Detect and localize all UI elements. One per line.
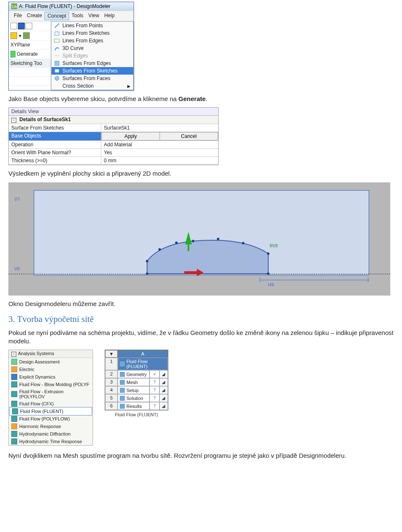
project-table: ▼ A 1Fluid Flow (FLUENT)2Geometry✓◢3Mesh… (105, 350, 168, 410)
cell-icon (120, 404, 125, 409)
sketching-label: Sketching Too (10, 60, 42, 66)
detail-value[interactable]: Yes (101, 149, 218, 156)
pause-icon[interactable] (10, 32, 17, 39)
tree-item[interactable]: Fluid Flow - Blow Molding (POLYF (9, 381, 93, 388)
menu-3d-curve[interactable]: 3D Curve (52, 44, 133, 52)
svg-point-9 (158, 248, 161, 251)
workbench-screenshot: -Analysis Systems Design AssessmentElect… (8, 350, 394, 446)
detail-row: Operation Add Material (9, 141, 218, 149)
generate-button[interactable]: Generate (9, 49, 51, 59)
detail-key: Operation (9, 141, 101, 148)
menu-tools[interactable]: Tools (69, 12, 86, 20)
menu-help[interactable]: Help (102, 12, 117, 20)
detail-row-base-objects: Base Objects Apply Cancel (9, 132, 218, 141)
cancel-button[interactable]: Cancel (160, 132, 218, 140)
menu-file[interactable]: File (11, 12, 24, 20)
row-corner: ◢ (160, 370, 168, 378)
row-corner: ◢ (160, 394, 168, 402)
menu-concept[interactable]: Concept (44, 12, 69, 20)
table-row[interactable]: 5Solution?◢ (105, 394, 168, 402)
details-panel: Details View - Details of SurfaceSk1 Sur… (8, 107, 219, 165)
save-icon[interactable] (18, 23, 25, 29)
tree-item[interactable]: Fluid Flow - Extrusion (POLYFLOV (9, 388, 93, 400)
tree-item[interactable]: Electric (9, 366, 93, 373)
svg-marker-16 (185, 232, 192, 251)
arrow-icon[interactable] (23, 32, 30, 39)
system-icon (11, 401, 17, 407)
menu-surfaces-from-sketches[interactable]: Surfaces From Sketches (52, 67, 133, 75)
menu-lines-from-edges[interactable]: Lines From Edges (52, 37, 133, 44)
menu-create[interactable]: Create (24, 12, 44, 20)
row-index: 2 (105, 370, 118, 378)
cell-icon (120, 388, 125, 393)
detail-value[interactable]: SurfaceSk1 (101, 124, 218, 132)
menu-cross-section[interactable]: Cross Section▶ (52, 82, 133, 90)
x-axis-arrow-icon (184, 269, 204, 276)
apply-button[interactable]: Apply (101, 132, 160, 140)
detail-key: Thickness (>=0) (9, 157, 101, 164)
label-rv: RV8 (270, 244, 278, 248)
detail-value[interactable]: Add Material (101, 141, 218, 148)
table-row[interactable]: 4Setup?◢ (105, 386, 168, 394)
svg-rect-21 (120, 388, 125, 393)
tree-item[interactable]: Harmonic Response (9, 423, 93, 430)
menu-surfaces-from-faces[interactable]: Surfaces From Faces (52, 75, 133, 82)
row-index: 6 (105, 402, 118, 410)
detail-value[interactable]: 0 mm (101, 157, 218, 164)
col-a: A (118, 350, 168, 358)
svg-rect-5 (55, 69, 59, 73)
y-axis-arrow-icon (184, 232, 193, 251)
tree-item-label: Harmonic Response (19, 424, 61, 429)
svg-point-10 (175, 241, 178, 244)
tree-item[interactable]: Hydrodynamic Diffraction (9, 430, 93, 438)
menubar: File Create Concept Tools View Help (9, 10, 134, 21)
detail-row: Orient With Plane Normal? Yes (9, 149, 218, 157)
tree-item[interactable]: Design Assessment (9, 358, 93, 366)
tree-item[interactable]: Fluid Flow (FLUENT) (9, 407, 92, 415)
paragraph: Výsledkem je vyplnění plochy skici a při… (8, 169, 394, 178)
tree-item-label: Fluid Flow (CFX) (19, 401, 54, 406)
col-blank: ▼ (105, 350, 118, 358)
tree-item-label: Electric (19, 367, 34, 372)
table-row[interactable]: 3Mesh?◢ (105, 378, 168, 386)
menu-lines-from-points[interactable]: Lines From Points (52, 22, 133, 29)
svg-rect-19 (120, 372, 125, 377)
open-icon[interactable] (26, 23, 32, 29)
model-preview: V7 V6 H9 RV8 (8, 182, 390, 296)
paragraph: Okno Designmodeleru můžeme zavřít. (8, 300, 394, 308)
plane-label: XYPlane (10, 42, 30, 48)
svg-point-13 (242, 242, 245, 244)
cell-icon (120, 396, 125, 401)
collapse-icon[interactable]: - (11, 118, 16, 123)
row-name: Results (118, 402, 149, 410)
tree-item[interactable]: Fluid Flow (POLYFLOW) (9, 415, 93, 423)
table-row[interactable]: 1Fluid Flow (FLUENT) (105, 358, 168, 370)
new-icon[interactable] (10, 23, 17, 29)
submenu-arrow-icon: ▶ (127, 84, 131, 88)
table-row[interactable]: 6Results?◢ (105, 402, 168, 410)
svg-point-8 (146, 260, 148, 262)
tree-header[interactable]: -Analysis Systems (9, 350, 93, 358)
svg-rect-3 (54, 39, 59, 42)
sketching-toolbar[interactable]: Sketching Too (9, 59, 51, 68)
tree-item[interactable]: Explicit Dynamics (9, 373, 93, 381)
row-status: ? (149, 386, 160, 394)
svg-rect-22 (120, 396, 125, 401)
svg-rect-2 (55, 32, 59, 35)
menu-surfaces-from-edges[interactable]: Surfaces From Edges (52, 60, 133, 67)
system-icon (11, 359, 17, 365)
menu-split-edges: Split Edges (52, 52, 133, 60)
menu-lines-from-sketches[interactable]: Lines From Sketches (52, 29, 133, 37)
tree-item-label: Fluid Flow - Blow Molding (POLYF (19, 382, 89, 387)
details-view-header: Details View (9, 108, 218, 116)
svg-rect-23 (120, 404, 125, 409)
tree-item[interactable]: Hydrodynamic Time Response (9, 438, 93, 445)
app-icon: DM (11, 3, 17, 9)
menu-view[interactable]: View (86, 12, 102, 20)
svg-point-14 (267, 252, 270, 255)
row-corner: ◢ (160, 386, 168, 394)
svg-rect-4 (55, 61, 59, 65)
tree-item[interactable]: Fluid Flow (CFX) (9, 400, 93, 407)
table-row[interactable]: 2Geometry✓◢ (105, 370, 168, 378)
plane-selector[interactable]: XYPlane (9, 41, 51, 49)
